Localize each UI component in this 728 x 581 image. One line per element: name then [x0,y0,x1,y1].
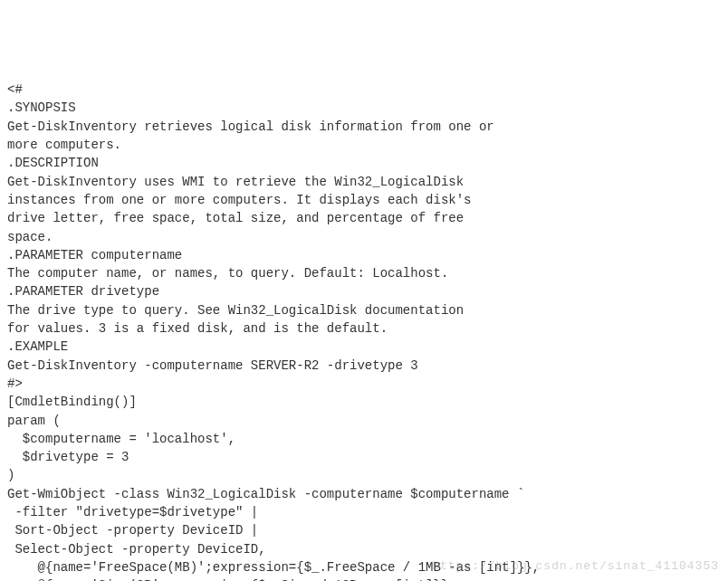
code-line: <# [7,81,721,99]
code-line: The drive type to query. See Win32_Logic… [7,301,721,319]
code-line: -filter "drivetype=$drivetype" | [7,503,721,521]
code-line: Sort-Object -property DeviceID | [7,521,721,539]
code-line: .SYNOPSIS [7,99,721,117]
code-line: ) [7,466,721,484]
code-line: .PARAMETER computername [7,246,721,264]
code-line: for values. 3 is a fixed disk, and is th… [7,319,721,338]
code-line: Get-WmiObject -class Win32_LogicalDisk -… [7,485,721,503]
code-line: Get-DiskInventory -computername SERVER-R… [7,357,721,375]
code-line: Get-DiskInventory retrieves logical disk… [7,118,721,136]
code-line: space. [7,228,721,246]
code-line: @{name='Size(GB';expression={$_.Size / 1… [7,576,721,581]
code-line: Get-DiskInventory uses WMI to retrieve t… [7,173,721,191]
code-line: Select-Object -property DeviceID, [7,540,721,558]
code-line: @{name='FreeSpace(MB)';expression={$_.Fr… [7,558,721,576]
code-line: .EXAMPLE [7,338,721,356]
code-line: drive letter, free space, total size, an… [7,209,721,227]
code-line: param ( [7,412,721,430]
code-line: #> [7,375,721,393]
code-line: $drivetype = 3 [7,448,721,466]
code-line: .PARAMETER drivetype [7,282,721,300]
code-line: The computer name, or names, to query. D… [7,264,721,282]
code-block: <#.SYNOPSISGet-DiskInventory retrieves l… [7,81,721,581]
code-line: [CmdletBinding()] [7,393,721,411]
code-line: .DESCRIPTION [7,154,721,172]
code-line: instances from one or more computers. It… [7,191,721,209]
code-line: more computers. [7,136,721,154]
code-line: $computername = 'localhost', [7,430,721,448]
